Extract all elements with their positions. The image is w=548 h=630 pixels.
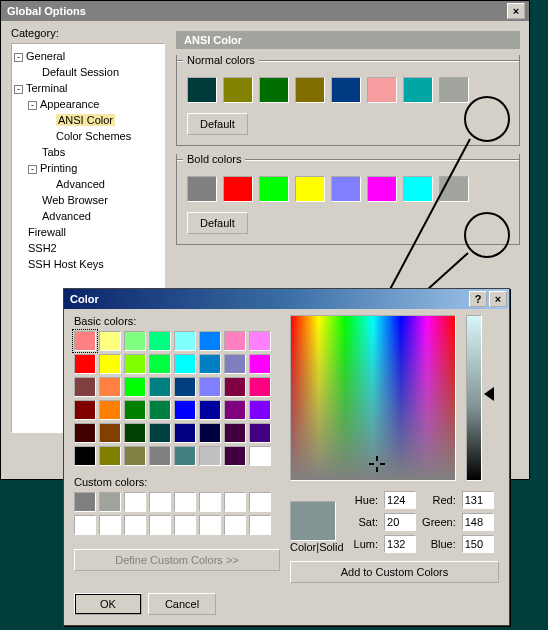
custom-color-swatch[interactable] [149,515,171,535]
bold-color-swatch[interactable] [367,176,397,202]
custom-color-swatch[interactable] [149,492,171,512]
basic-color-swatch[interactable] [149,446,171,466]
basic-color-swatch[interactable] [224,423,246,443]
basic-color-swatch[interactable] [199,331,221,351]
basic-color-swatch[interactable] [99,331,121,351]
basic-color-swatch[interactable] [149,331,171,351]
custom-color-swatch[interactable] [249,515,271,535]
custom-color-swatch[interactable] [74,515,96,535]
collapse-icon[interactable]: - [14,53,23,62]
basic-color-swatch[interactable] [149,354,171,374]
custom-color-swatch[interactable] [199,515,221,535]
tree-item-default-session[interactable]: Default Session [42,66,119,78]
basic-color-swatch[interactable] [199,377,221,397]
ok-button[interactable]: OK [74,593,142,615]
basic-color-swatch[interactable] [74,423,96,443]
tree-item-appearance[interactable]: Appearance [40,98,99,110]
tree-item-firewall[interactable]: Firewall [28,226,66,238]
basic-color-swatch[interactable] [174,354,196,374]
help-button[interactable]: ? [469,291,487,307]
basic-color-swatch[interactable] [124,423,146,443]
basic-color-swatch[interactable] [124,446,146,466]
tree-item-printing[interactable]: Printing [40,162,77,174]
basic-color-swatch[interactable] [74,331,96,351]
close-icon[interactable]: × [489,291,507,307]
custom-color-swatch[interactable] [74,492,96,512]
green-input[interactable] [462,513,494,531]
basic-color-swatch[interactable] [124,331,146,351]
basic-color-swatch[interactable] [124,400,146,420]
custom-color-swatch[interactable] [99,492,121,512]
tree-item-ssh-host-keys[interactable]: SSH Host Keys [28,258,104,270]
sat-input[interactable] [384,513,416,531]
normal-color-swatch[interactable] [187,77,217,103]
basic-color-swatch[interactable] [174,377,196,397]
lum-input[interactable] [384,535,416,553]
add-to-custom-button[interactable]: Add to Custom Colors [290,561,499,583]
tree-item-tabs[interactable]: Tabs [42,146,65,158]
basic-color-swatch[interactable] [199,354,221,374]
tree-item-color-schemes[interactable]: Color Schemes [56,130,131,142]
basic-color-swatch[interactable] [99,423,121,443]
basic-color-swatch[interactable] [174,446,196,466]
custom-color-swatch[interactable] [174,492,196,512]
bold-default-button[interactable]: Default [187,212,248,234]
custom-color-swatch[interactable] [249,492,271,512]
custom-color-swatch[interactable] [124,492,146,512]
blue-input[interactable] [462,535,494,553]
basic-color-swatch[interactable] [224,377,246,397]
custom-color-swatch[interactable] [124,515,146,535]
color-gradient[interactable] [290,315,456,481]
custom-color-swatch[interactable] [199,492,221,512]
basic-color-swatch[interactable] [74,400,96,420]
collapse-icon[interactable]: - [28,101,37,110]
basic-color-swatch[interactable] [224,331,246,351]
basic-color-swatch[interactable] [74,446,96,466]
basic-color-swatch[interactable] [199,423,221,443]
basic-color-swatch[interactable] [224,446,246,466]
normal-color-swatch[interactable] [259,77,289,103]
normal-color-swatch[interactable] [403,77,433,103]
normal-color-swatch[interactable] [223,77,253,103]
normal-color-swatch[interactable] [295,77,325,103]
basic-color-swatch[interactable] [149,400,171,420]
tree-item-general[interactable]: General [26,50,65,62]
basic-color-swatch[interactable] [74,354,96,374]
collapse-icon[interactable]: - [28,165,37,174]
basic-color-swatch[interactable] [174,423,196,443]
bold-color-swatch[interactable] [439,176,469,202]
bold-color-swatch[interactable] [259,176,289,202]
bold-color-swatch[interactable] [331,176,361,202]
basic-color-swatch[interactable] [249,446,271,466]
basic-color-swatch[interactable] [249,400,271,420]
collapse-icon[interactable]: - [14,85,23,94]
basic-color-swatch[interactable] [224,400,246,420]
basic-color-swatch[interactable] [99,446,121,466]
luminosity-slider-icon[interactable] [484,387,494,401]
basic-color-swatch[interactable] [99,377,121,397]
basic-color-swatch[interactable] [249,423,271,443]
normal-color-swatch[interactable] [331,77,361,103]
define-custom-button[interactable]: Define Custom Colors >> [74,549,280,571]
tree-item-ansi-color[interactable]: ANSI Color [56,114,115,126]
basic-color-swatch[interactable] [249,331,271,351]
tree-item-advanced[interactable]: Advanced [56,178,105,190]
basic-color-swatch[interactable] [149,377,171,397]
red-input[interactable] [462,491,494,509]
close-icon[interactable]: × [507,3,525,19]
cancel-button[interactable]: Cancel [148,593,216,615]
hue-input[interactable] [384,491,416,509]
bold-color-swatch[interactable] [223,176,253,202]
custom-color-swatch[interactable] [174,515,196,535]
basic-color-swatch[interactable] [124,377,146,397]
basic-color-swatch[interactable] [199,446,221,466]
basic-color-swatch[interactable] [149,423,171,443]
basic-color-swatch[interactable] [74,377,96,397]
bold-color-swatch[interactable] [295,176,325,202]
tree-item-ssh2[interactable]: SSH2 [28,242,57,254]
normal-color-swatch[interactable] [439,77,469,103]
tree-item-terminal[interactable]: Terminal [26,82,68,94]
tree-item-advanced[interactable]: Advanced [42,210,91,222]
bold-color-swatch[interactable] [403,176,433,202]
basic-color-swatch[interactable] [99,354,121,374]
